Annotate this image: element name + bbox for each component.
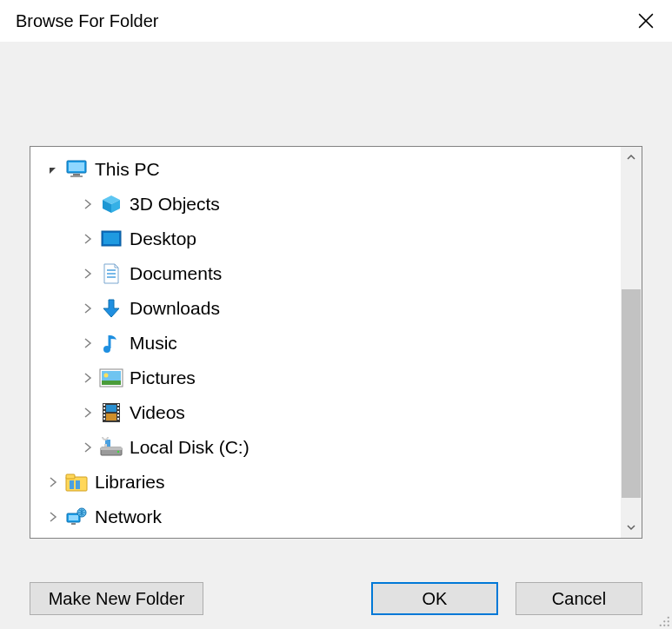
scroll-track[interactable]	[621, 168, 642, 517]
svg-rect-23	[103, 418, 105, 420]
svg-point-11	[103, 346, 110, 353]
svg-rect-3	[69, 162, 84, 171]
downloads-icon	[98, 295, 124, 321]
chevron-right-icon[interactable]	[79, 439, 96, 456]
chevron-right-icon[interactable]	[79, 334, 96, 352]
svg-point-31	[117, 451, 119, 453]
svg-rect-28	[117, 418, 119, 420]
cube-icon	[98, 191, 124, 217]
chevron-down-icon[interactable]	[44, 161, 62, 178]
chevron-right-icon[interactable]	[79, 404, 96, 421]
tree-item-label: 3D Objects	[130, 194, 220, 215]
svg-rect-30	[101, 447, 122, 450]
tree-item-3d-objects[interactable]: 3D Objects	[30, 187, 621, 222]
chevron-right-icon[interactable]	[79, 230, 96, 248]
scroll-thumb[interactable]	[622, 289, 641, 498]
close-icon	[638, 13, 654, 29]
dialog-content: This PC 3D Objects	[0, 42, 672, 629]
videos-icon	[98, 400, 124, 426]
svg-rect-20	[103, 407, 105, 409]
svg-rect-21	[103, 411, 105, 413]
tree-item-this-pc[interactable]: This PC	[30, 152, 621, 187]
chevron-right-icon[interactable]	[44, 508, 62, 526]
tree-item-pictures[interactable]: Pictures	[30, 361, 621, 395]
vertical-scrollbar[interactable]	[621, 147, 642, 538]
svg-rect-18	[106, 414, 116, 420]
this-pc-icon	[63, 156, 90, 182]
make-new-folder-button[interactable]: Make New Folder	[30, 582, 203, 615]
svg-rect-26	[117, 411, 119, 413]
button-row: Make New Folder OK Cancel	[30, 582, 642, 615]
svg-rect-36	[70, 480, 74, 489]
chevron-right-icon[interactable]	[44, 473, 62, 491]
tree-item-label: Music	[130, 333, 177, 354]
pictures-icon	[98, 365, 124, 391]
svg-rect-25	[117, 407, 119, 409]
tree-item-label: Videos	[130, 402, 185, 423]
titlebar: Browse For Folder	[0, 0, 672, 42]
svg-rect-19	[103, 404, 105, 406]
ok-button[interactable]: OK	[371, 582, 498, 615]
svg-rect-24	[117, 404, 119, 406]
svg-rect-33	[104, 444, 107, 447]
svg-rect-17	[106, 405, 116, 412]
svg-point-46	[663, 625, 665, 626]
svg-rect-7	[103, 233, 119, 244]
tree-item-documents[interactable]: Documents	[30, 256, 621, 291]
tree-item-label: Downloads	[130, 298, 220, 319]
libraries-icon	[63, 469, 90, 495]
svg-rect-22	[103, 414, 105, 416]
chevron-right-icon[interactable]	[79, 300, 96, 317]
cancel-button[interactable]: Cancel	[516, 582, 642, 615]
svg-point-47	[668, 625, 669, 626]
tree-item-label: This PC	[95, 159, 160, 180]
svg-rect-5	[70, 175, 83, 177]
svg-rect-37	[76, 480, 80, 489]
window-title: Browse For Folder	[16, 11, 159, 31]
chevron-right-icon[interactable]	[79, 369, 96, 387]
tree-item-downloads[interactable]: Downloads	[30, 291, 621, 326]
folder-tree-panel: This PC 3D Objects	[30, 146, 642, 539]
music-icon	[98, 330, 124, 356]
tree-item-network[interactable]: Network	[30, 500, 621, 534]
desktop-icon	[98, 226, 124, 252]
svg-point-43	[663, 620, 665, 622]
svg-point-44	[668, 620, 669, 622]
tree-item-label: Libraries	[95, 472, 165, 493]
tree-item-libraries[interactable]: Libraries	[30, 465, 621, 500]
svg-rect-4	[73, 174, 80, 175]
chevron-right-icon[interactable]	[79, 195, 96, 213]
svg-rect-40	[71, 523, 76, 525]
tree-item-label: Network	[95, 507, 162, 527]
resize-grip-icon[interactable]	[655, 612, 670, 627]
svg-point-42	[668, 617, 669, 619]
scroll-down-button[interactable]	[621, 517, 642, 538]
documents-icon	[98, 261, 124, 287]
folder-tree[interactable]: This PC 3D Objects	[30, 147, 621, 538]
tree-item-label: Local Disk (C:)	[130, 437, 250, 458]
tree-item-desktop[interactable]: Desktop	[30, 222, 621, 256]
svg-point-15	[104, 374, 109, 378]
svg-rect-27	[117, 414, 119, 416]
scroll-up-button[interactable]	[621, 147, 642, 168]
chevron-right-icon[interactable]	[79, 265, 96, 282]
drive-icon	[98, 434, 124, 460]
tree-item-label: Pictures	[130, 367, 196, 388]
svg-point-45	[660, 625, 662, 626]
tree-item-label: Documents	[130, 263, 222, 284]
tree-item-local-disk-c[interactable]: Local Disk (C:)	[30, 430, 621, 465]
tree-item-music[interactable]: Music	[30, 326, 621, 361]
svg-rect-14	[102, 381, 121, 385]
tree-item-videos[interactable]: Videos	[30, 395, 621, 430]
close-button[interactable]	[620, 0, 672, 42]
svg-rect-39	[69, 515, 78, 520]
network-icon	[63, 504, 90, 530]
svg-rect-35	[66, 474, 75, 479]
tree-item-label: Desktop	[130, 228, 196, 249]
